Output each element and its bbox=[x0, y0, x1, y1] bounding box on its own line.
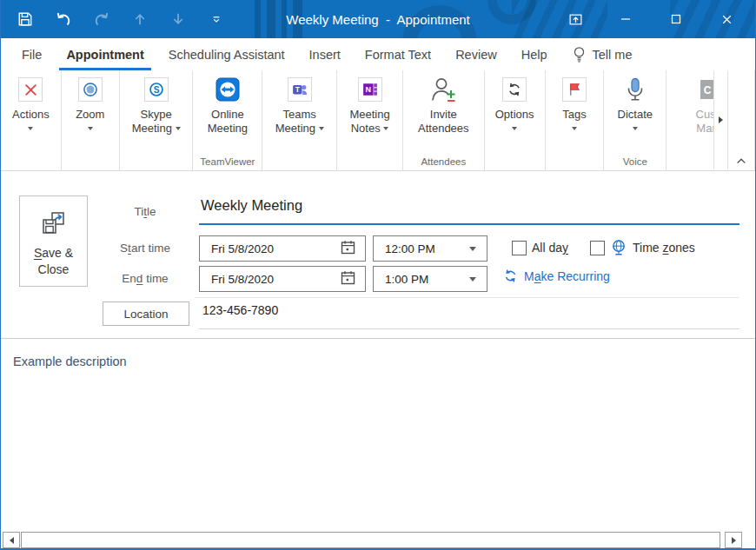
save-and-close-button[interactable]: Save & Close bbox=[19, 195, 88, 287]
teamviewer-icon bbox=[215, 76, 241, 103]
ribbon-display-options-icon bbox=[568, 12, 583, 27]
group-label: Voice bbox=[604, 155, 666, 170]
calendar-icon bbox=[340, 239, 356, 255]
titlebar-decoration bbox=[282, 0, 287, 38]
actions-button[interactable]: Actions bbox=[1, 73, 61, 155]
ribbon-group-tags: Tags bbox=[546, 70, 605, 170]
skype-icon: S bbox=[149, 82, 164, 97]
start-time-label: Start time bbox=[102, 242, 189, 255]
location-field-top-border bbox=[195, 297, 739, 298]
tab-insert[interactable]: Insert bbox=[297, 38, 353, 70]
titlebar-decoration bbox=[402, 5, 477, 38]
zoom-button[interactable]: Zoom bbox=[62, 73, 119, 155]
horizontal-scrollbar bbox=[3, 532, 744, 548]
tab-scheduling-assistant[interactable]: Scheduling Assistant bbox=[156, 38, 297, 70]
right-arrow-icon bbox=[732, 537, 736, 544]
ribbon-group-actions: Actions bbox=[1, 70, 62, 170]
end-date-input[interactable]: Fri 5/8/2020 bbox=[199, 266, 366, 292]
tab-format-text[interactable]: Format Text bbox=[353, 38, 443, 70]
appointment-body-editor[interactable]: Example description bbox=[1, 339, 755, 532]
ribbon: Actions Zoom bbox=[1, 70, 755, 171]
undo-icon bbox=[55, 10, 72, 28]
tags-button[interactable]: Tags bbox=[546, 73, 604, 155]
red-flag-icon bbox=[567, 82, 582, 97]
move-down-button bbox=[169, 7, 187, 31]
group-label: TeamViewer bbox=[193, 155, 262, 170]
online-meeting-button[interactable]: Online Meeting bbox=[193, 73, 262, 155]
group-label bbox=[62, 155, 119, 170]
tab-help[interactable]: Help bbox=[509, 38, 560, 70]
location-input[interactable]: 123-456-7890 bbox=[202, 303, 278, 317]
undo-button[interactable] bbox=[55, 7, 72, 31]
titlebar-decoration bbox=[267, 0, 275, 38]
title-input[interactable]: Weekly Meeting bbox=[201, 197, 738, 214]
tab-file[interactable]: File bbox=[10, 38, 54, 70]
minimize-icon bbox=[619, 12, 633, 26]
scroll-left-button[interactable] bbox=[3, 532, 20, 548]
scrollbar-thumb[interactable] bbox=[21, 532, 720, 548]
dropdown-caret-icon bbox=[176, 127, 181, 130]
group-label bbox=[546, 155, 604, 170]
description-text: Example description bbox=[13, 355, 127, 368]
tell-me-box[interactable]: Tell me bbox=[565, 38, 640, 70]
invite-attendees-button[interactable]: Invite Attendees bbox=[403, 73, 484, 155]
svg-text:C: C bbox=[703, 84, 711, 96]
ribbon-scroll-right-button[interactable] bbox=[713, 70, 728, 169]
scroll-right-button[interactable] bbox=[725, 532, 742, 548]
tab-appointment[interactable]: Appointment bbox=[54, 38, 156, 70]
location-button[interactable]: Location bbox=[103, 302, 189, 326]
end-time-label: End time bbox=[102, 272, 189, 285]
time-zones-label: Time zones bbox=[633, 241, 695, 255]
dropdown-caret-icon bbox=[512, 127, 517, 130]
all-day-checkbox[interactable] bbox=[512, 241, 527, 255]
dropdown-caret-icon bbox=[383, 127, 388, 130]
ribbon-group-teamviewer: Online Meeting TeamViewer bbox=[193, 70, 262, 170]
start-date-input[interactable]: Fri 5/8/2020 bbox=[199, 235, 366, 262]
redo-icon bbox=[93, 10, 110, 28]
ribbon-display-options-button[interactable] bbox=[550, 0, 600, 38]
teams-icon: T bbox=[292, 82, 308, 97]
chevron-up-icon bbox=[735, 156, 747, 166]
meeting-notes-button[interactable]: N Meeting Notes bbox=[337, 73, 402, 155]
group-label: Attendees bbox=[403, 155, 484, 170]
collapse-ribbon-button[interactable] bbox=[733, 154, 750, 168]
start-time-dropdown[interactable]: 12:00 PM bbox=[373, 235, 487, 262]
dropdown-caret-icon bbox=[572, 127, 577, 130]
teams-meeting-button[interactable]: T Teams Meeting bbox=[262, 73, 336, 155]
minimize-button[interactable] bbox=[600, 0, 651, 38]
appointment-form: Save & Close Title Start time End time W… bbox=[1, 171, 755, 339]
make-recurring-link[interactable]: Make Recurring bbox=[503, 268, 610, 283]
dropdown-arrow-icon bbox=[469, 247, 476, 251]
left-arrow-icon bbox=[10, 537, 14, 544]
svg-text:S: S bbox=[153, 85, 159, 95]
ribbon-group-attendees: Invite Attendees Attendees bbox=[403, 70, 485, 170]
tell-me-label: Tell me bbox=[593, 48, 633, 62]
titlebar-decoration bbox=[293, 0, 302, 38]
end-time-dropdown[interactable]: 1:00 PM bbox=[373, 266, 487, 292]
titlebar-decoration bbox=[255, 0, 261, 38]
customize-quick-access-toolbar-button[interactable] bbox=[208, 7, 225, 31]
down-arrow-icon bbox=[170, 11, 186, 27]
red-x-icon bbox=[23, 83, 38, 97]
microphone-icon bbox=[622, 76, 648, 103]
dropdown-caret-icon bbox=[28, 127, 33, 130]
globe-icon bbox=[610, 239, 627, 257]
quick-access-toolbar bbox=[17, 0, 225, 38]
group-label bbox=[120, 155, 193, 170]
all-day-label: All day bbox=[532, 241, 568, 255]
ribbon-group-options: Options bbox=[485, 70, 546, 170]
make-recurring-label: Make Recurring bbox=[524, 269, 610, 283]
dropdown-arrow-icon bbox=[469, 277, 476, 282]
close-button[interactable] bbox=[701, 0, 752, 38]
tab-review[interactable]: Review bbox=[443, 38, 509, 70]
save-button[interactable] bbox=[17, 7, 34, 31]
options-button[interactable]: Options bbox=[485, 73, 545, 155]
time-zones-checkbox[interactable] bbox=[590, 241, 605, 255]
right-arrow-icon bbox=[719, 116, 723, 123]
maximize-button[interactable] bbox=[651, 0, 701, 38]
dropdown-caret-icon bbox=[88, 127, 93, 130]
svg-text:N: N bbox=[365, 85, 371, 94]
dropdown-caret-icon bbox=[319, 127, 324, 130]
skype-meeting-button[interactable]: S Skype Meeting bbox=[120, 73, 193, 155]
dictate-button[interactable]: Dictate bbox=[604, 73, 666, 155]
